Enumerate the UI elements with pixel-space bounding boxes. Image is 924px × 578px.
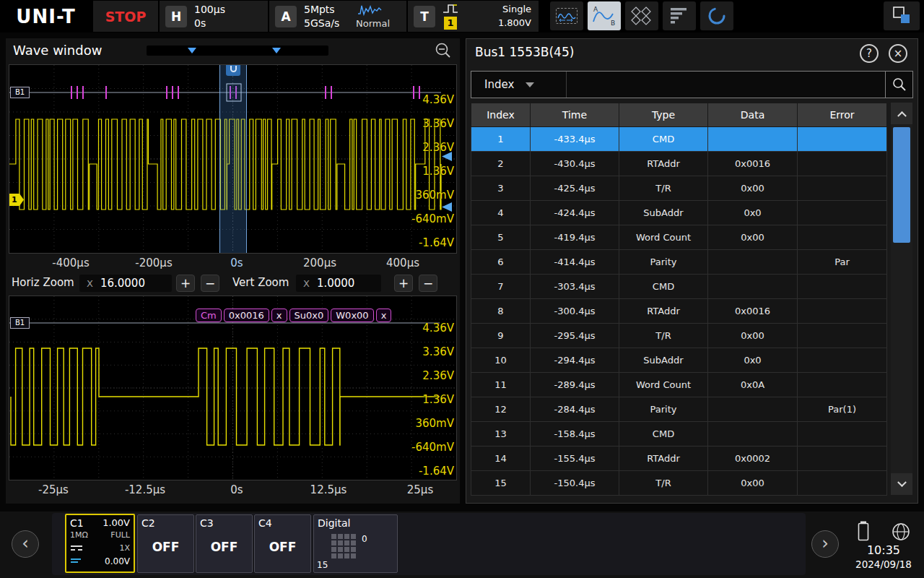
chevron-down-icon [526,82,534,87]
table-row[interactable]: 3-425.4µsT/R0x00 [471,176,887,201]
scroll-thumb[interactable] [893,127,910,243]
main-waveform-plot[interactable]: B1 1 4.36V 3.36V 2.36V 1.36V 360mV -640m… [9,64,457,254]
zoomed-waveform-svg [9,296,456,480]
vert-zoom-minus-button[interactable]: − [419,275,437,292]
cell: 3 [471,176,531,201]
run-stop-button[interactable]: STOP [93,1,158,32]
vert-zoom-value: 1.0000 [317,277,355,290]
cell: 1 [471,127,531,152]
filter-dropdown[interactable]: Index [471,72,567,98]
close-button[interactable]: × [889,44,907,63]
table-row[interactable]: 15-150.4µsT/R0x00 [471,471,887,496]
vert-zoom-x: X [303,278,310,289]
cell: CMD [619,275,708,299]
xy-mesh-display-button[interactable] [625,1,658,30]
cell: -424.4µs [531,201,619,225]
cell: 9 [471,324,531,348]
time-axis-labels: -400µs -200µs 0s 200µs 400µs [9,256,457,271]
display-layout-button[interactable] [884,1,920,30]
horiz-zoom-x: X [87,278,93,289]
network-globe-icon[interactable] [891,522,911,545]
decode-field: Cm [196,309,222,322]
channel-c3-button[interactable]: C3 OFF [196,514,253,573]
horiz-zoom-value-box[interactable]: X 16.0000 [79,275,172,292]
table-row[interactable]: 9-295.4µsT/R0x00 [471,324,887,348]
cell: Word Count [619,373,708,397]
table-row[interactable]: 4-424.4µsSubAddr0x0 [471,201,887,225]
search-input[interactable] [567,72,885,98]
wave-inspect-tool-button[interactable] [550,1,583,30]
help-button[interactable]: ? [860,44,879,63]
trigger-sweep-value: Single [502,4,531,14]
search-icon [892,77,907,92]
zoom-window-handle[interactable] [226,65,240,76]
table-row[interactable]: 11-289.4µsWord Count0x0A [471,373,887,397]
horiz-zoom-plus-button[interactable]: + [176,275,195,292]
channel-c1-button[interactable]: C1 1.00V 1MΩ FULL 1X 0.00V [65,514,135,573]
wave-window-header: Wave window [6,38,460,63]
cell: -414.4µs [531,250,619,275]
cell: Par(1) [798,397,887,422]
clock-date: 2024/09/18 [846,558,921,570]
bus1-tag[interactable]: B1 [10,317,30,329]
cell: 0x00 [708,324,798,348]
horizontal-settings-button[interactable]: H 100µs 0s [160,1,268,32]
next-page-button[interactable]: › [811,530,839,558]
channel-c4-button[interactable]: C4 OFF [254,514,311,573]
cell: T/R [619,324,708,348]
zoomed-waveform-plot[interactable]: Cm 0x0016 x Su0x0 W0x00 x B1 4.36V 3.36V… [9,296,457,480]
cell: 0x00 [708,225,798,250]
scroll-up-button[interactable] [891,103,912,124]
table-row[interactable]: 13-158.4µsCMD [471,422,887,447]
zoom-out-icon[interactable] [434,41,453,63]
table-row[interactable]: 1-433.4µsCMD [471,127,887,152]
table-row[interactable]: 2-430.4µsRTAddr0x0016 [471,152,887,176]
table-row[interactable]: 6-414.4µsParityPar [471,250,887,275]
bus1-tag[interactable]: B1 [10,87,30,98]
prev-page-button[interactable]: ‹ [12,530,39,558]
cell: Parity [619,250,708,275]
search-button[interactable] [885,72,912,98]
digital-channels-button[interactable]: Digital 0 15 [313,514,398,573]
cell [798,127,887,152]
horiz-zoom-minus-button[interactable]: − [201,275,219,292]
trigger-settings-button[interactable]: T 1 Single 1.800V [408,1,539,32]
trigger-key: T [414,6,435,27]
record-position-bar[interactable] [147,46,328,56]
acquire-mode-value: Normal [356,18,390,29]
cell: 4 [471,201,531,225]
zoom-window-region[interactable] [219,65,247,253]
histogram-display-button[interactable] [663,1,696,30]
busy-spinner-button[interactable] [700,1,733,30]
channel-status-bar: ‹ C1 1.00V 1MΩ FULL 1X 0.00V C2 OFF C3 O… [0,512,924,578]
cell: -430.4µs [531,152,619,176]
cell: Par [798,250,887,275]
table-row[interactable]: 5-419.4µsWord Count0x00 [471,225,887,250]
acquire-settings-button[interactable]: A 5Mpts 5GSa/s Normal [269,1,406,32]
table-row[interactable]: 10-294.4µsSubAddr0x0 [471,348,887,373]
vert-zoom-value-box[interactable]: X 1.0000 [296,275,381,292]
svg-text:A: A [593,6,598,13]
v-scale-label: 360mV [415,189,454,202]
mesh-icon [631,7,653,25]
scroll-down-button[interactable] [891,473,912,495]
ab-compare-button[interactable]: A B [588,1,621,30]
table-row[interactable]: 12-284.4µsParityPar(1) [471,397,887,422]
vert-zoom-plus-button[interactable]: + [394,275,413,292]
table-row[interactable]: 8-300.4µsRTAddr0x0016 [471,299,887,324]
v-scale-label: -1.64V [419,465,454,478]
table-row[interactable]: 14-155.4µsRTAddr0x0002 [471,447,887,471]
memory-depth-value: 5Mpts [304,4,335,15]
channel-name: C4 [258,517,272,529]
v-scale-label: 2.36V [422,369,454,382]
cell: -284.4µs [531,397,619,422]
table-row[interactable]: 7-303.4µsCMD [471,275,887,299]
channel-c2-button[interactable]: C2 OFF [137,514,194,573]
top-status-bar: UNI-T STOP H 100µs 0s A 5Mpts 5GSa/s Nor… [0,0,924,33]
table-scrollbar[interactable] [891,103,912,495]
x-label: -400µs [52,256,89,269]
cell: -300.4µs [531,299,619,324]
cell: 0x0 [708,201,798,225]
v-scale-label: 3.36V [422,345,454,358]
page-title: Wave window [13,43,102,58]
